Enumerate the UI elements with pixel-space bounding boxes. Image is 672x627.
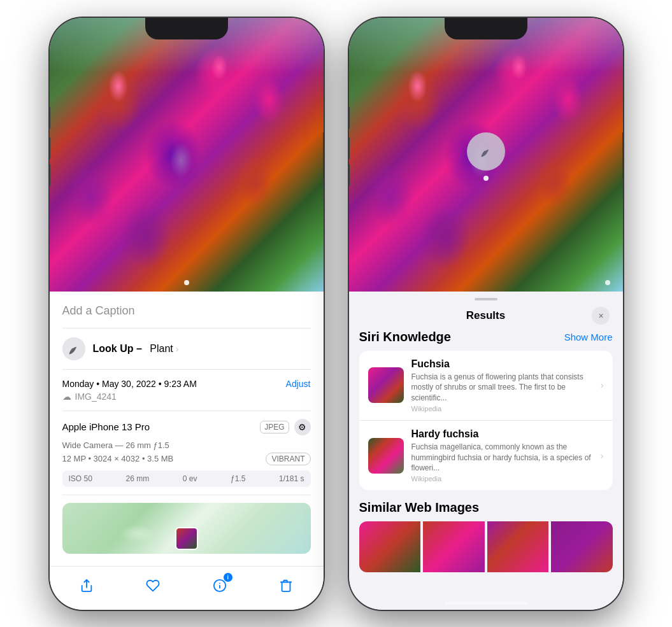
info-button[interactable]: i	[208, 574, 231, 597]
home-indicator-left	[145, 602, 228, 605]
results-header: Results ×	[349, 300, 623, 330]
page-dot-left	[184, 280, 189, 285]
shutter-value: 1/181 s	[279, 474, 304, 483]
siri-knowledge-title: Siri Knowledge	[359, 330, 451, 344]
photo-date: Monday • May 30, 2022 • 9:23 AM	[62, 379, 197, 389]
similar-image-4[interactable]	[551, 521, 613, 572]
metadata-section: Monday • May 30, 2022 • 9:23 AM Adjust ☁…	[62, 370, 311, 411]
device-section: Apple iPhone 13 Pro JPEG ⚙ Wide Camera —…	[62, 411, 311, 495]
focal-value: 26 mm	[125, 474, 149, 483]
info-badge: i	[224, 573, 232, 582]
knowledge-card: Fuchsia Fuchsia is a genus of flowering …	[359, 351, 613, 491]
fuchsia-title: Fuchsia	[411, 358, 593, 370]
left-phone: Add a Caption Look Up – Plant › Monday •…	[50, 18, 324, 610]
similar-image-1[interactable]	[359, 521, 421, 572]
knowledge-item-hardy[interactable]: Hardy fuchsia Fuchsia magellanica, commo…	[359, 421, 613, 490]
similar-section: Similar Web Images	[359, 500, 613, 572]
similar-image-2[interactable]	[423, 521, 485, 572]
hardy-text: Hardy fuchsia Fuchsia magellanica, commo…	[411, 428, 593, 483]
siri-visual-search-button[interactable]	[467, 132, 505, 171]
delete-button[interactable]	[275, 574, 297, 597]
hardy-source: Wikipedia	[411, 475, 593, 483]
format-badges: JPEG ⚙	[260, 419, 310, 435]
flower-image-right[interactable]	[349, 18, 623, 292]
similar-images-row[interactable]	[359, 521, 613, 572]
show-more-button[interactable]: Show More	[564, 332, 613, 342]
cloud-icon: ☁	[62, 391, 71, 402]
adjust-button[interactable]: Adjust	[286, 379, 311, 389]
lookup-icon	[62, 337, 85, 360]
map-preview[interactable]	[62, 503, 311, 554]
right-phone: Results × Siri Knowledge Show More Fuchs…	[349, 18, 623, 610]
hardy-title: Hardy fuchsia	[411, 428, 593, 440]
right-screen: Results × Siri Knowledge Show More Fuchs…	[349, 18, 623, 610]
caption-input[interactable]: Add a Caption	[62, 302, 311, 328]
photo-info-panel: Add a Caption Look Up – Plant › Monday •…	[50, 292, 324, 566]
fuchsia-source: Wikipedia	[411, 405, 593, 412]
lookup-row[interactable]: Look Up – Plant ›	[62, 328, 311, 370]
fuchsia-arrow: ›	[601, 380, 604, 390]
hardy-desc: Fuchsia magellanica, commonly known as t…	[411, 442, 593, 474]
ev-value: 0 ev	[183, 474, 197, 483]
results-title: Results	[466, 309, 505, 322]
hardy-thumbnail	[368, 438, 404, 474]
map-photo-thumb	[175, 527, 198, 550]
knowledge-item-fuchsia[interactable]: Fuchsia Fuchsia is a genus of flowering …	[359, 351, 613, 421]
fuchsia-text: Fuchsia Fuchsia is a genus of flowering …	[411, 358, 593, 412]
fuchsia-desc: Fuchsia is a genus of flowering plants t…	[411, 372, 593, 404]
left-screen: Add a Caption Look Up – Plant › Monday •…	[50, 18, 324, 610]
filename: IMG_4241	[75, 391, 117, 402]
flower-image-left[interactable]	[50, 18, 324, 292]
results-content: Siri Knowledge Show More Fuchsia Fuchsia…	[349, 330, 623, 610]
gear-icon[interactable]: ⚙	[294, 419, 311, 435]
jpeg-badge: JPEG	[260, 421, 289, 433]
favorite-button[interactable]	[141, 574, 164, 597]
vibrant-badge: VIBRANT	[266, 453, 310, 465]
siri-dot	[483, 176, 489, 181]
lookup-text: Look Up – Plant ›	[93, 343, 179, 355]
close-button[interactable]: ×	[592, 307, 610, 325]
home-indicator-right	[445, 602, 527, 605]
notch	[145, 18, 228, 39]
aperture-value: ƒ1.5	[231, 474, 245, 483]
exif-row: ISO 50 26 mm 0 ev ƒ1.5 1/181 s	[62, 470, 311, 487]
share-button[interactable]	[75, 574, 98, 597]
results-panel: Results × Siri Knowledge Show More Fuchs…	[349, 292, 623, 610]
mp-info: 12 MP • 3024 × 4032 • 3.5 MB	[62, 454, 174, 463]
fuchsia-thumbnail	[368, 367, 404, 403]
iso-value: ISO 50	[69, 474, 92, 483]
similar-image-3[interactable]	[487, 521, 549, 572]
hardy-arrow: ›	[601, 451, 604, 461]
page-dot-right	[605, 280, 610, 285]
similar-title: Similar Web Images	[359, 500, 613, 515]
device-name: Apple iPhone 13 Pro	[62, 421, 150, 432]
siri-knowledge-header: Siri Knowledge Show More	[359, 330, 613, 344]
camera-info: Wide Camera — 26 mm ƒ1.5	[62, 440, 311, 450]
notch-right	[445, 18, 527, 39]
